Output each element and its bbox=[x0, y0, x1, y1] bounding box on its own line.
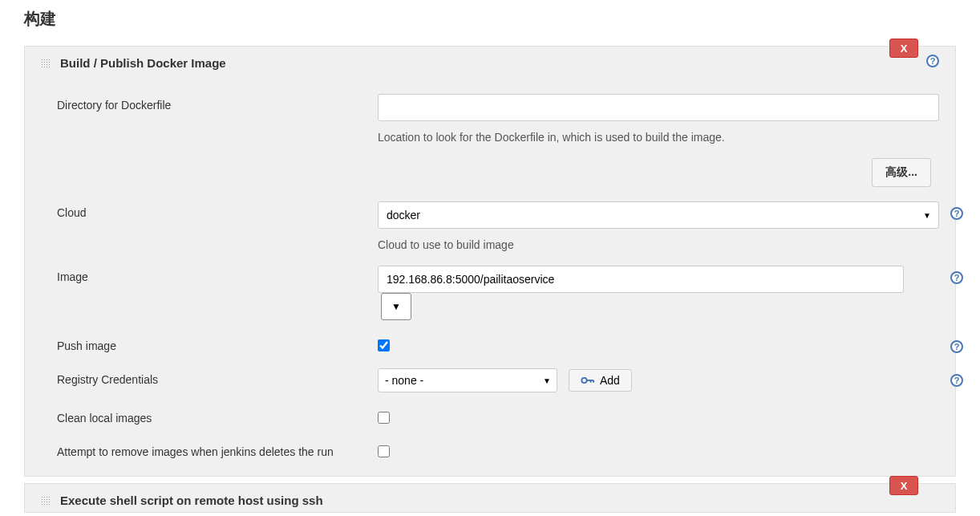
push-label: Push image bbox=[41, 335, 378, 352]
image-input[interactable] bbox=[378, 266, 904, 293]
directory-row: Directory for Dockerfile Location to loo… bbox=[41, 94, 939, 144]
attempt-label: Attempt to remove images when jenkins de… bbox=[41, 441, 378, 458]
build-publish-docker-panel: X ? Build / Publish Docker Image Directo… bbox=[24, 46, 956, 477]
push-row: Push image ? bbox=[41, 335, 939, 354]
help-icon[interactable]: ? bbox=[950, 374, 963, 387]
clean-checkbox[interactable] bbox=[378, 412, 390, 424]
advanced-button[interactable]: 高级... bbox=[872, 158, 931, 187]
push-checkbox[interactable] bbox=[378, 339, 390, 351]
panel-title: Build / Publish Docker Image bbox=[60, 56, 226, 70]
cloud-help-text: Cloud to use to build image bbox=[378, 238, 939, 251]
directory-label: Directory for Dockerfile bbox=[41, 94, 378, 112]
drag-handle-icon[interactable] bbox=[41, 496, 51, 506]
clean-label: Clean local images bbox=[41, 407, 378, 425]
help-icon[interactable]: ? bbox=[950, 340, 963, 353]
add-button-label: Add bbox=[600, 374, 620, 387]
directory-input[interactable] bbox=[378, 94, 939, 121]
image-dropdown-button[interactable]: ▼ bbox=[381, 293, 411, 320]
attempt-row: Attempt to remove images when jenkins de… bbox=[41, 441, 939, 460]
clean-row: Clean local images bbox=[41, 407, 939, 426]
section-heading: 构建 bbox=[24, 8, 956, 30]
registry-row: Registry Credentials - none - ▼ Add bbox=[41, 368, 939, 392]
cloud-row: Cloud docker ▼ Cloud to use to build ima… bbox=[41, 201, 939, 251]
execute-shell-ssh-panel: X Execute shell script on remote host us… bbox=[24, 483, 956, 513]
add-credentials-button[interactable]: Add bbox=[569, 369, 632, 392]
cloud-select[interactable]: docker bbox=[378, 201, 939, 229]
svg-text:?: ? bbox=[954, 342, 960, 351]
image-row: Image ▼ ? bbox=[41, 266, 939, 320]
help-icon[interactable]: ? bbox=[950, 271, 963, 284]
image-label: Image bbox=[41, 266, 378, 283]
svg-point-8 bbox=[581, 378, 586, 383]
drag-handle-icon[interactable] bbox=[41, 59, 51, 68]
attempt-checkbox[interactable] bbox=[378, 445, 390, 457]
key-icon bbox=[581, 374, 595, 387]
registry-select[interactable]: - none - bbox=[378, 368, 557, 392]
help-icon[interactable]: ? bbox=[950, 207, 963, 220]
panel-title: Execute shell script on remote host usin… bbox=[60, 494, 323, 507]
registry-label: Registry Credentials bbox=[41, 368, 378, 386]
svg-text:?: ? bbox=[954, 209, 960, 218]
cloud-label: Cloud bbox=[41, 201, 378, 219]
directory-help-text: Location to look for the Dockerfile in, … bbox=[378, 131, 939, 144]
svg-text:?: ? bbox=[954, 273, 960, 282]
svg-text:?: ? bbox=[954, 376, 960, 385]
